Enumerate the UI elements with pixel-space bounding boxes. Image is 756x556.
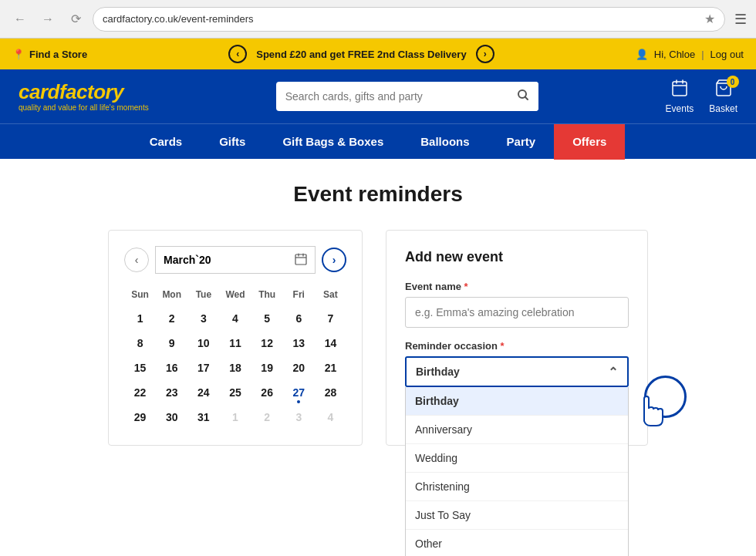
nav-item-party[interactable]: Party (488, 124, 555, 160)
calendar-day[interactable]: 22 (124, 380, 156, 405)
logout-link[interactable]: Log out (710, 49, 744, 60)
address-bar[interactable]: ★ (93, 7, 725, 32)
nav-item-offers[interactable]: Offers (554, 124, 625, 160)
promo-next-button[interactable]: › (476, 45, 494, 63)
occasion-option-just-to-say[interactable]: Just To Say (406, 501, 628, 530)
dow-mon: Mon (156, 286, 187, 303)
calendar-day[interactable]: 23 (156, 380, 187, 405)
header-actions: Events 0 Basket (666, 79, 737, 114)
calendar-day[interactable]: 16 (156, 356, 187, 380)
browser-menu-icon[interactable]: ☰ (734, 11, 747, 28)
svg-rect-2 (673, 82, 687, 96)
reload-button[interactable]: ⟳ (65, 8, 86, 30)
forward-button[interactable]: → (37, 8, 59, 30)
address-input[interactable] (103, 13, 698, 25)
calendar-day[interactable]: 2 (156, 306, 187, 331)
calendar-day[interactable]: 30 (156, 405, 187, 430)
top-bar: 📍 Find a Store ‹ Spend £20 and get FREE … (0, 39, 756, 69)
event-name-group: Event name * (405, 281, 629, 328)
page-title: Event reminders (31, 182, 725, 207)
calendar-day[interactable]: 10 (187, 331, 219, 356)
calendar-day[interactable]: 1 (124, 306, 156, 331)
calendar-day[interactable]: 5 (251, 306, 283, 331)
events-action[interactable]: Events (666, 79, 694, 114)
calendar-week-4: 22 23 24 25 26 27 28 (124, 380, 346, 405)
event-name-input[interactable] (405, 297, 629, 328)
calendar-week-1: 1 2 3 4 5 6 7 (124, 306, 346, 331)
calendar-day[interactable]: 7 (315, 306, 346, 331)
calendar-day[interactable]: 11 (219, 331, 251, 356)
add-event-title: Add new event (405, 249, 629, 265)
calendar-day[interactable]: 19 (251, 356, 283, 380)
promo-banner: ‹ Spend £20 and get FREE 2nd Class Deliv… (228, 45, 494, 63)
occasion-option-wedding[interactable]: Wedding (406, 444, 628, 473)
basket-count-badge: 0 (727, 76, 739, 88)
calendar-day-muted: 2 (251, 405, 283, 430)
nav-item-gifts[interactable]: Gifts (201, 124, 264, 160)
calendar-week-2: 8 9 10 11 12 13 14 (124, 331, 346, 356)
calendar-day[interactable]: 25 (219, 380, 251, 405)
find-store[interactable]: 📍 Find a Store (12, 49, 87, 60)
calendar-day[interactable]: 24 (187, 380, 219, 405)
calendar-day[interactable]: 20 (283, 356, 315, 380)
calendar-week-5: 29 30 31 1 2 3 4 (124, 405, 346, 430)
calendar-next-button[interactable]: › (322, 248, 346, 272)
reminder-occasion-group: Reminder occasion * Birthday ⌃ Birthday … (405, 340, 629, 387)
occasion-option-birthday[interactable]: Birthday (406, 387, 628, 416)
dow-sun: Sun (124, 286, 156, 303)
calendar-header: ‹ March`20 › (124, 246, 346, 274)
calendar-day[interactable]: 15 (124, 356, 156, 380)
occasion-option-christening[interactable]: Christening (406, 473, 628, 501)
calendar-day[interactable]: 31 (187, 405, 219, 430)
occasion-dropdown-wrapper: Birthday ⌃ Birthday Anniversary Wedding … (405, 356, 629, 387)
calendar-day[interactable]: 6 (283, 306, 315, 331)
calendar-day[interactable]: 21 (315, 356, 346, 380)
search-button[interactable] (508, 82, 538, 111)
calendar-month-display[interactable]: March`20 (155, 246, 316, 274)
user-actions: 👤 Hi, Chloe | Log out (636, 49, 744, 60)
calendar-day[interactable]: 12 (251, 331, 283, 356)
calendar-day[interactable]: 8 (124, 331, 156, 356)
main-content: Event reminders ‹ March`20 (0, 159, 756, 556)
calendar-day[interactable]: 14 (315, 331, 346, 356)
promo-prev-button[interactable]: ‹ (228, 45, 247, 63)
cursor-ring (644, 376, 687, 418)
content-grid: ‹ March`20 › Sun (31, 230, 725, 446)
calendar-icon (295, 253, 307, 268)
header: cardfactory quality and value for all li… (0, 69, 756, 123)
cursor-hand-icon (629, 379, 675, 443)
event-name-label: Event name * (405, 281, 629, 292)
dow-tue: Tue (187, 286, 219, 303)
calendar-day[interactable]: 26 (251, 380, 283, 405)
occasion-option-anniversary[interactable]: Anniversary (406, 416, 628, 444)
dow-thu: Thu (251, 286, 283, 303)
calendar-day[interactable]: 4 (219, 306, 251, 331)
occasion-dropdown[interactable]: Birthday ⌃ (405, 356, 629, 387)
calendar-day[interactable]: 28 (315, 380, 346, 405)
calendar-day-today[interactable]: 27 (283, 380, 315, 405)
calendar-day[interactable]: 9 (156, 331, 187, 356)
occasion-dropdown-list: Birthday Anniversary Wedding Christening… (405, 387, 629, 556)
calendar-day[interactable]: 13 (283, 331, 315, 356)
calendar-day[interactable]: 3 (187, 306, 219, 331)
calendar-day-muted: 4 (315, 405, 346, 430)
calendar-prev-button[interactable]: ‹ (124, 248, 149, 272)
basket-icon: 0 (714, 79, 733, 102)
svg-rect-7 (295, 254, 306, 265)
basket-action[interactable]: 0 Basket (709, 79, 737, 114)
calendar-day[interactable]: 18 (219, 356, 251, 380)
search-input[interactable] (276, 90, 508, 103)
logo[interactable]: cardfactory quality and value for all li… (19, 82, 149, 112)
calendar-week-3: 15 16 17 18 19 20 21 (124, 356, 346, 380)
calendar-day[interactable]: 17 (187, 356, 219, 380)
nav-item-balloons[interactable]: Balloons (402, 124, 488, 160)
bookmark-icon[interactable]: ★ (704, 12, 715, 26)
back-button[interactable]: ← (9, 8, 31, 30)
calendar-dow-row: Sun Mon Tue Wed Thu Fri Sat (124, 286, 346, 303)
nav-item-gift-bags[interactable]: Gift Bags & Boxes (264, 124, 402, 160)
occasion-option-other[interactable]: Other (406, 530, 628, 556)
chevron-up-icon: ⌃ (608, 365, 618, 379)
user-icon: 👤 (636, 49, 648, 60)
nav-item-cards[interactable]: Cards (131, 124, 201, 160)
calendar-day[interactable]: 29 (124, 405, 156, 430)
